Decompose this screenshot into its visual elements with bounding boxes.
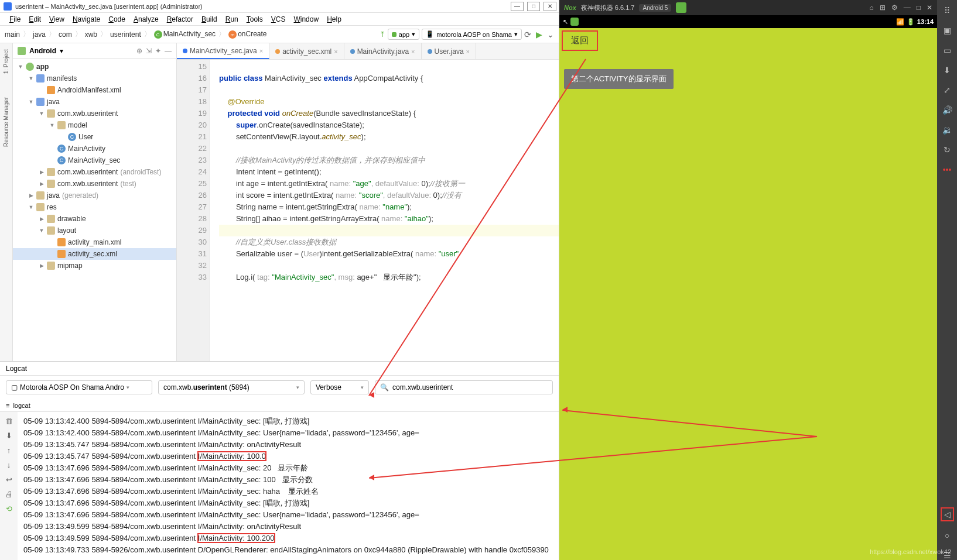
logcat-tab[interactable]: logcat	[13, 402, 30, 409]
breadcrumb-segment[interactable]: CMainActivity_sec	[154, 30, 216, 39]
device-selector[interactable]: 📱 motorola AOSP on Shama ▾	[422, 29, 522, 40]
device-icon: 📱	[426, 30, 434, 38]
logcat-process-selector[interactable]: com.xwb.userintent (5894)▾	[158, 380, 305, 394]
tree-row[interactable]: ▶java (generated)	[13, 190, 176, 201]
close-icon[interactable]: ✕	[927, 4, 932, 12]
screenshot-icon[interactable]: ▣	[944, 26, 951, 35]
menu-navigate[interactable]: Navigate	[69, 15, 104, 23]
tree-row[interactable]: ▼res	[13, 201, 176, 213]
restart-icon[interactable]: ⟲	[6, 504, 12, 513]
close-icon[interactable]: ×	[259, 47, 263, 54]
android-back-icon[interactable]: ◁	[941, 507, 954, 521]
breadcrumb-segment[interactable]: monCreate	[228, 30, 266, 39]
menu-build[interactable]: Build	[198, 15, 221, 23]
tree-row[interactable]: ▼model	[13, 119, 176, 131]
logcat-device-selector[interactable]: ▢Motorola AOSP On Shama Andro▾	[6, 380, 152, 394]
volume-down-icon[interactable]: 🔉	[942, 125, 952, 135]
run-icon[interactable]: ▶	[536, 30, 542, 39]
rotate-icon[interactable]: ↻	[944, 145, 951, 154]
trash-icon[interactable]: 🗑	[5, 417, 13, 425]
minimize-button[interactable]: —	[511, 2, 524, 11]
maximize-button[interactable]: □	[527, 2, 540, 11]
up-icon[interactable]: ↑	[7, 446, 11, 455]
build-icon[interactable]: ⤒	[380, 30, 385, 39]
menu-window[interactable]: Window	[290, 15, 322, 23]
home-icon[interactable]: ⌂	[870, 4, 874, 12]
close-icon[interactable]: ×	[411, 48, 415, 55]
tree-row[interactable]: ▶com.xwb.userintent (test)	[13, 178, 176, 190]
menu-tools[interactable]: Tools	[243, 15, 266, 23]
menu-run[interactable]: Run	[222, 15, 242, 23]
tree-row[interactable]: ▼layout	[13, 225, 176, 236]
print-icon[interactable]: 🖨	[5, 490, 13, 499]
collapse-icon[interactable]: ⇲	[146, 47, 152, 55]
menu-analyze[interactable]: Analyze	[130, 15, 162, 23]
breadcrumb[interactable]: main〉java〉com〉xwb〉userintent〉CMainActivi…	[5, 29, 267, 39]
drag-icon[interactable]: ⠿	[944, 6, 950, 15]
tree-row[interactable]: CUser	[13, 131, 176, 143]
menu-edit[interactable]: Edit	[25, 15, 45, 23]
tree-row[interactable]: ▶drawable	[13, 213, 176, 225]
debug-icon[interactable]: ⌄	[547, 30, 554, 39]
breadcrumb-segment[interactable]: com	[59, 30, 72, 39]
tree-row[interactable]: activity_sec.xml	[13, 248, 176, 260]
hide-icon[interactable]: —	[165, 47, 172, 55]
apps-icon[interactable]: ⊞	[880, 4, 886, 12]
emulator-screen: Nox 夜神模拟器 6.6.1.7 Android 5 ⌂ ⊞ ⚙ — □ ✕ …	[559, 0, 937, 560]
breadcrumb-segment[interactable]: xwb	[85, 30, 97, 39]
menu-code[interactable]: Code	[105, 15, 129, 23]
logcat-level-selector[interactable]: Verbose▾	[310, 380, 369, 394]
resource-manager-tab[interactable]: Resource Manager	[3, 97, 9, 147]
maximize-icon[interactable]: □	[917, 4, 921, 12]
tree-row[interactable]: CMainActivity	[13, 143, 176, 154]
window-icon[interactable]: ▭	[944, 46, 951, 55]
gear-icon[interactable]: ✦	[155, 47, 161, 55]
project-tab[interactable]: 1: Project	[3, 49, 9, 74]
logcat-output[interactable]: 05-09 13:13:42.400 5894-5894/com.xwb.use…	[18, 412, 559, 560]
tree-row[interactable]: ▶com.xwb.userintent (androidTest)	[13, 166, 176, 178]
menu-refactor[interactable]: Refactor	[163, 15, 197, 23]
down-icon[interactable]: ↓	[7, 461, 11, 469]
tree-row[interactable]: activity_main.xml	[13, 236, 176, 248]
code-editor[interactable]: public class MainActivity_sec extends Ap…	[210, 60, 559, 361]
tree-row[interactable]: ▼com.xwb.userintent	[13, 108, 176, 119]
back-button[interactable]: 返回	[562, 30, 598, 51]
tree-row[interactable]: AndroidManifest.xml	[13, 84, 176, 96]
tab-mainactivity_sec-java[interactable]: MainActivity_sec.java×	[177, 43, 269, 59]
tab-user-java[interactable]: User.java×	[422, 43, 476, 59]
android-home-icon[interactable]: ○	[945, 531, 949, 540]
breadcrumb-segment[interactable]: main	[5, 30, 20, 39]
close-icon[interactable]: ×	[466, 48, 470, 55]
breadcrumb-segment[interactable]: userintent	[110, 30, 141, 39]
tree-row[interactable]: ▼app	[13, 61, 176, 73]
project-view-label[interactable]: Android	[29, 47, 56, 55]
gear-icon[interactable]: ⚙	[891, 4, 898, 12]
tree-row[interactable]: ▼manifests	[13, 73, 176, 84]
volume-up-icon[interactable]: 🔊	[942, 105, 952, 115]
tab-mainactivity-java[interactable]: MainActivity.java×	[344, 43, 422, 59]
close-icon[interactable]: ×	[334, 48, 337, 55]
wrap-icon[interactable]: ↩	[6, 475, 12, 484]
project-tree[interactable]: ▼app▼manifestsAndroidManifest.xml▼java▼c…	[13, 59, 176, 361]
tab-activity_sec-xml[interactable]: activity_sec.xml×	[269, 43, 344, 59]
fullscreen-icon[interactable]: ⤢	[944, 85, 951, 95]
tree-row[interactable]: ▶mipmap	[13, 260, 176, 272]
sync-icon[interactable]: ⟳	[524, 30, 531, 39]
menu-file[interactable]: File	[6, 15, 24, 23]
logcat-tab-icon[interactable]: ≡	[6, 402, 9, 409]
run-config-selector[interactable]: app ▾	[388, 29, 419, 40]
menu-view[interactable]: View	[46, 15, 68, 23]
target-icon[interactable]: ⊕	[136, 47, 142, 55]
tree-row[interactable]: ▼java	[13, 96, 176, 108]
download-icon[interactable]: ⬇	[944, 66, 951, 75]
menu-help[interactable]: Help	[323, 15, 345, 23]
scroll-end-icon[interactable]: ⬇	[6, 431, 12, 440]
minimize-icon[interactable]: —	[904, 4, 911, 12]
breadcrumb-segment[interactable]: java	[33, 30, 46, 39]
close-button[interactable]: ✕	[544, 2, 556, 11]
chevron-down-icon[interactable]: ▾	[60, 47, 63, 55]
tree-row[interactable]: CMainActivity_sec	[13, 154, 176, 166]
more-icon[interactable]: •••	[943, 165, 952, 174]
logcat-search[interactable]: 🔍com.xwb.userintent	[375, 380, 553, 394]
menu-vcs[interactable]: VCS	[268, 15, 289, 23]
